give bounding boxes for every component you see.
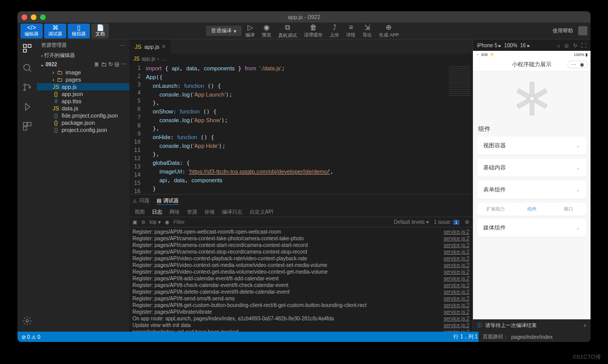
file-pages[interactable]: ›🗀pages	[37, 76, 129, 83]
card-item[interactable]: 视图容器⌄	[477, 137, 586, 155]
source-control-icon[interactable]	[22, 82, 33, 93]
debugger-tab[interactable]: ▤调试器	[157, 197, 179, 205]
svg-point-3	[24, 64, 30, 70]
issues-indicator[interactable]: 1 issue: 1	[434, 219, 460, 225]
file-data.js[interactable]: JSdata.js	[37, 105, 129, 112]
close-tab-icon[interactable]: ×	[162, 43, 165, 50]
card-item[interactable]: 基础内容⌄	[477, 159, 586, 177]
zoom-dropdown[interactable]: 100%	[504, 43, 518, 48]
panel-sub-1[interactable]: 日志	[152, 208, 162, 216]
simulator-footer: ⓘ 请等待上一次编译结束 ×	[473, 319, 591, 332]
close-capsule-icon[interactable]: ◉	[578, 62, 585, 67]
device-dropdown[interactable]: iPhone 5 ▸	[477, 43, 501, 48]
home-icon[interactable]: ⌂	[557, 43, 560, 48]
upload-button[interactable]: ⤴上传	[327, 23, 342, 39]
chevron-right-icon: ›	[157, 56, 159, 62]
panel-sub-4[interactable]: 存储	[204, 208, 215, 216]
compile-button[interactable]: ▷编译	[242, 23, 258, 39]
tab-component[interactable]: 组件	[514, 206, 550, 213]
panel-sub-0[interactable]: 视图	[135, 208, 145, 216]
refresh-icon[interactable]: ↻	[573, 43, 577, 48]
location-icon[interactable]: ◎	[564, 43, 569, 48]
more-icon[interactable]: ⋯	[121, 61, 126, 67]
card-media[interactable]: 媒体组件⌄	[477, 219, 586, 237]
console-output[interactable]: Register: pages/API/tt-open-webcast-room…	[129, 227, 472, 332]
minimap[interactable]	[447, 63, 472, 194]
panel-sub-6[interactable]: 自定义API	[250, 208, 273, 216]
file-image[interactable]: ›🗀image	[37, 69, 129, 76]
svg-rect-2	[24, 49, 27, 52]
minimize-window-icon[interactable]	[31, 14, 36, 20]
help-link[interactable]: 使用帮助	[553, 27, 573, 34]
panel-sub-2[interactable]: 网络	[169, 208, 180, 216]
remote-debug-button[interactable]: ⧉真机调试	[275, 23, 300, 39]
debug-icon[interactable]	[22, 101, 33, 112]
genapp-button[interactable]: ⊕生成 APP	[376, 23, 402, 39]
export-button[interactable]: ⇲导出	[359, 23, 375, 39]
collapse-icon[interactable]: ⊟	[115, 61, 119, 67]
search-icon[interactable]	[22, 62, 33, 73]
compile-mode-dropdown[interactable]: 普通编译▾	[206, 26, 241, 36]
more-icon[interactable]: ⋯	[120, 43, 125, 48]
eye-icon: ◉	[263, 23, 270, 31]
device-body[interactable]: 组件 视图容器⌄基础内容⌄表单组件⌄ 扩展能力 组件 接口 媒体组件⌄	[473, 71, 591, 319]
inspect-icon[interactable]: ▣	[132, 219, 137, 225]
menu-capsule-icon[interactable]: ⋯	[570, 62, 577, 67]
file-package.json[interactable]: {}package.json	[37, 119, 129, 126]
tab-ext[interactable]: 扩展能力	[477, 206, 514, 213]
preview-button[interactable]: ◉预览	[259, 23, 274, 39]
debugger-button[interactable]: ⌘调试器	[44, 24, 66, 39]
explorer-icon[interactable]	[22, 43, 33, 54]
panel-sub-5[interactable]: 编译日志	[222, 208, 242, 216]
upload-icon: ⤴	[333, 23, 336, 31]
simulator-button[interactable]: ▯模拟器	[68, 24, 90, 39]
section-label: 组件	[478, 125, 585, 133]
file-type-icon: JS	[52, 105, 60, 111]
chevron-right-icon: ›	[41, 53, 43, 59]
new-file-icon[interactable]: 🗎	[94, 61, 100, 67]
settings-gear-icon[interactable]	[22, 315, 33, 327]
file-type-icon: {}	[52, 127, 60, 133]
filter-eye-icon[interactable]: ◉	[165, 219, 169, 225]
cursor-position[interactable]: 行 1，列 1	[453, 333, 478, 340]
file-type-icon: 🗀	[56, 76, 64, 83]
card-item[interactable]: 表单组件⌄	[477, 181, 586, 199]
filter-input[interactable]	[174, 219, 390, 225]
doc-button[interactable]: 📄文档	[91, 24, 109, 39]
breadcrumb[interactable]: JS app.js › …	[129, 54, 472, 63]
clear-cache-button[interactable]: 🗑清理缓存	[301, 23, 326, 39]
device-frame: ← IDE ⚡ 100% ▮ 小程序能力展示 ⋯◉ 组件 视图容器⌄基础内容⌄表…	[473, 51, 591, 319]
problems-tab[interactable]: ⚠问题	[132, 197, 149, 204]
simulator-pane: iPhone 5 ▸ 100% 16 ▸ ⌂ ◎ ↻ ⛶ ← IDE ⚡ 100…	[472, 40, 591, 332]
refresh-icon[interactable]: ↻	[108, 61, 113, 67]
js-file-icon: JS	[134, 56, 140, 62]
detail-button[interactable]: ≡详情	[343, 23, 358, 39]
font-dropdown[interactable]: 16 ▸	[520, 43, 530, 48]
file-fide.project.config.json[interactable]: {}fide.project.config.json	[37, 112, 129, 119]
file-project.config.json[interactable]: {}project.config.json	[37, 126, 129, 133]
new-folder-icon[interactable]: 🗀	[101, 61, 107, 67]
levels-dropdown[interactable]: Default levels ▾	[394, 219, 429, 225]
panel-sub-3[interactable]: 资源	[187, 208, 197, 216]
phone-icon: ▯	[77, 25, 81, 31]
settings-gear-icon[interactable]: ⚙	[465, 219, 469, 225]
open-editors-section[interactable]: ›打开的编辑器	[37, 51, 129, 60]
close-window-icon[interactable]	[22, 14, 27, 20]
project-root[interactable]: ⌄ 0922 🗎 🗀 ↻ ⊟ ⋯	[37, 60, 129, 69]
editor-button[interactable]: </>编辑器	[21, 24, 43, 39]
maximize-window-icon[interactable]	[40, 14, 46, 20]
errors-indicator[interactable]: ⊘ 0 ⚠ 0	[22, 334, 40, 340]
file-app.js[interactable]: JSapp.js	[37, 83, 129, 90]
tab-api[interactable]: 接口	[550, 206, 586, 213]
expand-icon[interactable]: ⛶	[581, 43, 586, 48]
clear-console-icon[interactable]: ⊘	[141, 219, 145, 225]
file-app.ttss[interactable]: #app.ttss	[37, 98, 129, 105]
user-avatar[interactable]	[578, 26, 587, 35]
extensions-icon[interactable]	[22, 121, 33, 132]
device-debug-icon: ⧉	[285, 23, 290, 32]
context-dropdown[interactable]: top ▾	[149, 219, 161, 225]
file-app.json[interactable]: {}app.json	[37, 90, 129, 98]
code-editor[interactable]: import { api, data, components } from '.…	[146, 63, 447, 194]
close-icon[interactable]: ×	[583, 323, 586, 329]
tab-app-js[interactable]: JS app.js ×	[129, 40, 171, 54]
